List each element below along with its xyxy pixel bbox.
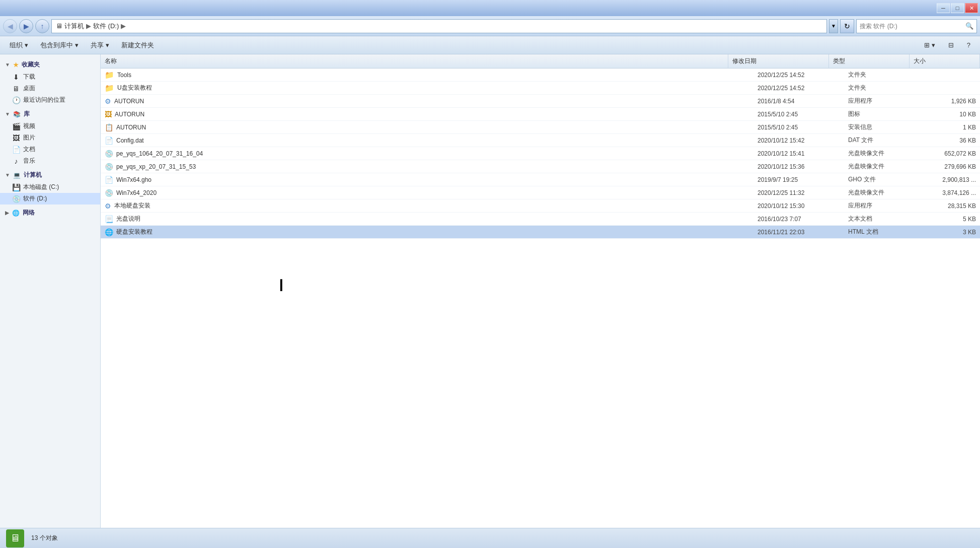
sidebar-item-music[interactable]: ♪ 音乐: [0, 155, 100, 167]
refresh-button[interactable]: ↻: [840, 19, 854, 33]
exe-icon: ⚙: [105, 202, 111, 210]
organize-button[interactable]: 组织 ▾: [4, 38, 34, 52]
forward-button[interactable]: ▶: [19, 19, 33, 33]
library-label: 库: [24, 110, 30, 118]
file-name-cell: 💿 pe_yqs_1064_20_07_31_16_04: [101, 150, 753, 158]
sidebar-item-downloads[interactable]: ⬇ 下载: [0, 71, 100, 83]
library-icon: 📚: [13, 111, 21, 118]
table-row[interactable]: 💿 Win7x64_2020 2020/12/25 11:32 光盘映像文件 3…: [101, 186, 980, 199]
dat-icon: 📄: [105, 136, 113, 145]
local-c-label: 本地磁盘 (C:): [23, 183, 59, 191]
file-date-cell: 2015/5/10 2:45: [753, 111, 844, 118]
new-folder-button[interactable]: 新建文件夹: [116, 38, 160, 52]
col-name[interactable]: 名称: [101, 54, 728, 68]
main-layout: ▼ ★ 收藏夹 ⬇ 下载 🖥 桌面 🕐 最近访问的位置 ▼ 📚 库: [0, 54, 980, 528]
sidebar-item-image[interactable]: 🖼 图片: [0, 132, 100, 144]
table-row[interactable]: 📄 Config.dat 2020/10/12 15:42 DAT 文件 36 …: [101, 134, 980, 147]
folder-icon: 📁: [105, 71, 114, 80]
file-name-text: AUTORUN: [114, 98, 144, 105]
folder-icon: 📁: [105, 84, 114, 93]
address-dropdown-button[interactable]: ▼: [829, 19, 838, 33]
file-type-cell: DAT 文件: [844, 136, 915, 145]
sidebar: ▼ ★ 收藏夹 ⬇ 下载 🖥 桌面 🕐 最近访问的位置 ▼ 📚 库: [0, 54, 101, 528]
file-name-cell: 📃 光盘说明: [101, 215, 753, 223]
table-row[interactable]: 🖼 AUTORUN 2015/5/10 2:45 图标 10 KB: [101, 108, 980, 121]
up-button[interactable]: ↑: [35, 19, 49, 33]
statusbar: 🖥 13 个对象: [0, 528, 980, 548]
help-button[interactable]: ?: [961, 38, 976, 52]
col-modified[interactable]: 修改日期: [728, 54, 829, 68]
sidebar-item-video[interactable]: 🎬 视频: [0, 120, 100, 132]
table-row[interactable]: 💿 pe_yqs_1064_20_07_31_16_04 2020/10/12 …: [101, 147, 980, 160]
share-label: 共享: [91, 41, 104, 50]
breadcrumb-computer[interactable]: 计算机: [64, 22, 84, 31]
img-icon: 💿: [105, 163, 113, 171]
file-name-cell: 🖼 AUTORUN: [101, 110, 753, 118]
table-row[interactable]: 💿 pe_yqs_xp_20_07_31_15_53 2020/10/12 15…: [101, 160, 980, 173]
sidebar-item-local-c[interactable]: 💾 本地磁盘 (C:): [0, 181, 100, 193]
table-row[interactable]: 📄 Win7x64.gho 2019/9/7 19:25 GHO 文件 2,90…: [101, 173, 980, 186]
sidebar-item-document[interactable]: 📄 文档: [0, 144, 100, 155]
back-button[interactable]: ◀: [3, 19, 17, 33]
file-date-cell: 2020/10/12 15:30: [753, 202, 844, 210]
computer-label: 计算机: [24, 171, 42, 179]
table-row[interactable]: ⚙ AUTORUN 2016/1/8 4:54 应用程序 1,926 KB: [101, 95, 980, 108]
favorites-label: 收藏夹: [22, 60, 40, 69]
file-type-cell: 光盘映像文件: [844, 162, 915, 171]
include-library-button[interactable]: 包含到库中 ▾: [35, 38, 84, 52]
table-row[interactable]: ⚙ 本地硬盘安装 2020/10/12 15:30 应用程序 28,315 KB: [101, 199, 980, 213]
sidebar-section-library: ▼ 📚 库 🎬 视频 🖼 图片 📄 文档 ♪ 音乐: [0, 108, 100, 167]
file-name-cell: 💿 Win7x64_2020: [101, 189, 753, 197]
table-row[interactable]: 📁 Tools 2020/12/25 14:52 文件夹: [101, 68, 980, 82]
file-type-cell: 应用程序: [844, 97, 915, 105]
favorites-arrow-icon: ▼: [5, 62, 10, 67]
recent-label: 最近访问的位置: [23, 96, 65, 104]
sidebar-section-computer: ▼ 💻 计算机 💾 本地磁盘 (C:) 💿 软件 (D:): [0, 169, 100, 204]
library-arrow-icon: ▼: [5, 111, 10, 117]
close-button[interactable]: ✕: [965, 3, 978, 13]
local-d-label: 软件 (D:): [23, 194, 47, 203]
txt-icon: 📃: [105, 215, 113, 223]
views-button[interactable]: ⊞ ▾: [919, 38, 941, 52]
file-name-cell: 📋 AUTORUN: [101, 123, 753, 131]
layout-button[interactable]: ⊟: [943, 38, 959, 52]
col-type[interactable]: 类型: [829, 54, 910, 68]
file-size-cell: 1,926 KB: [915, 98, 980, 105]
table-row[interactable]: 📋 AUTORUN 2015/5/10 2:45 安装信息 1 KB: [101, 121, 980, 134]
empty-area: [101, 239, 980, 380]
search-icon: 🔍: [965, 22, 973, 30]
views-icon: ⊞: [924, 41, 930, 49]
img-icon: 💿: [105, 189, 113, 197]
file-size-cell: 1 KB: [915, 124, 980, 131]
share-button[interactable]: 共享 ▾: [85, 38, 115, 52]
minimize-button[interactable]: ─: [937, 3, 950, 13]
sidebar-item-local-d[interactable]: 💿 软件 (D:): [0, 193, 100, 204]
status-count: 13 个对象: [31, 534, 58, 542]
file-type-cell: 文件夹: [844, 71, 915, 79]
organize-dropdown-icon: ▾: [25, 41, 28, 49]
col-size[interactable]: 大小: [910, 54, 980, 68]
table-row[interactable]: 📁 U盘安装教程 2020/12/25 14:52 文件夹: [101, 82, 980, 95]
breadcrumb-sep2: ▶: [121, 22, 126, 30]
sidebar-item-desktop[interactable]: 🖥 桌面: [0, 83, 100, 94]
file-size-cell: 36 KB: [915, 137, 980, 144]
file-date-cell: 2015/5/10 2:45: [753, 124, 844, 131]
file-name-cell: ⚙ 本地硬盘安装: [101, 201, 753, 210]
breadcrumb-drive[interactable]: 软件 (D:): [93, 22, 119, 31]
file-type-cell: 文本文档: [844, 215, 915, 223]
sidebar-library-header[interactable]: ▼ 📚 库: [0, 108, 100, 120]
file-date-cell: 2020/12/25 14:52: [753, 72, 844, 79]
sidebar-item-recent[interactable]: 🕐 最近访问的位置: [0, 94, 100, 106]
search-bar[interactable]: 🔍: [856, 19, 977, 33]
table-row[interactable]: 📃 光盘说明 2016/10/23 7:07 文本文档 5 KB: [101, 213, 980, 226]
maximize-button[interactable]: □: [951, 3, 964, 13]
breadcrumb[interactable]: 🖥 计算机 ▶ 软件 (D:) ▶: [51, 19, 827, 33]
sidebar-computer-header[interactable]: ▼ 💻 计算机: [0, 169, 100, 181]
file-size-cell: 3,874,126 ...: [915, 189, 980, 196]
sidebar-network-header[interactable]: ▶ 🌐 网络: [0, 207, 100, 219]
table-row[interactable]: 🌐 硬盘安装教程 2016/11/21 22:03 HTML 文档 3 KB: [101, 226, 980, 239]
ico-icon: 🖼: [105, 110, 112, 118]
sidebar-favorites-header[interactable]: ▼ ★ 收藏夹: [0, 58, 100, 71]
search-input[interactable]: [860, 23, 965, 30]
file-type-cell: 图标: [844, 110, 915, 118]
